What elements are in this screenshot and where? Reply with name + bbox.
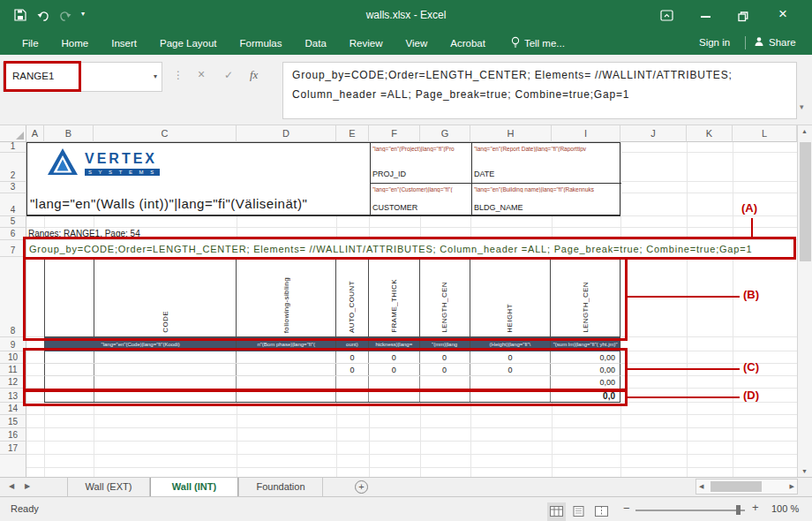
zoom-in-button[interactable]: + xyxy=(752,501,759,514)
cell-reportdate-lang[interactable]: "lang="en"(Report Date)|lang="fi"(Raport… xyxy=(474,146,619,152)
data-cell[interactable] xyxy=(94,376,237,389)
row-header-8[interactable]: 8 xyxy=(0,257,26,337)
name-box[interactable]: RANGE1 ▾ xyxy=(3,62,162,92)
report-header-block[interactable]: VERTEX S Y S T E M S "lang="en"(Project)… xyxy=(26,142,620,216)
horizontal-scrollbar[interactable]: ◀ ▶ xyxy=(695,479,798,495)
cell-project-lang[interactable]: "lang="en"(Project)|lang="fi"(Pro xyxy=(372,146,470,152)
header-cell-length-cen[interactable]: LENGTH_CEN xyxy=(420,258,470,336)
zoom-level[interactable]: 100 % xyxy=(771,503,799,514)
data-cell[interactable] xyxy=(237,364,336,375)
row-header-7[interactable]: 7 xyxy=(0,240,26,257)
formula-input[interactable]: Group_by=CODE;Order=LENGTH_CENTER; Eleme… xyxy=(282,62,797,119)
column-header-d[interactable]: D xyxy=(237,125,336,142)
row-header-12[interactable]: 12 xyxy=(0,376,26,389)
row-header-15[interactable]: 15 xyxy=(0,415,26,428)
ribbon-display-options-icon[interactable] xyxy=(660,9,673,26)
header-cell-frame-thick[interactable]: FRAME_THICK xyxy=(369,258,420,336)
data-cell[interactable] xyxy=(45,351,94,363)
zoom-slider-track[interactable] xyxy=(635,510,745,511)
select-all-corner[interactable] xyxy=(0,125,26,142)
row-header-1[interactable]: 1 xyxy=(0,142,26,153)
data-cell[interactable] xyxy=(45,376,94,389)
data-cell[interactable]: 0,00 xyxy=(551,364,620,375)
formula-bar-expand-icon[interactable]: ▾ xyxy=(800,102,804,111)
header-cell-empty[interactable] xyxy=(45,258,94,336)
horizontal-scroll-thumb[interactable] xyxy=(710,481,762,492)
row-header-14[interactable]: 14 xyxy=(0,403,26,415)
formula-cancel-icon[interactable]: × xyxy=(198,67,205,81)
data-cell[interactable]: 0 xyxy=(336,351,369,363)
cell-group-by-row[interactable]: Group_by=CODE;Order=LENGTH_CENTER; Eleme… xyxy=(26,240,797,257)
sign-in-link[interactable]: Sign in xyxy=(699,37,730,48)
column-header-j[interactable]: J xyxy=(620,125,687,142)
tab-review[interactable]: Review xyxy=(338,38,395,49)
tab-home[interactable]: Home xyxy=(50,38,101,49)
sum-cell[interactable] xyxy=(237,390,336,402)
sheet-tab-wall-int[interactable]: Wall (INT) xyxy=(150,478,238,496)
sheet-tab-wall-ext[interactable]: Wall (EXT) xyxy=(67,478,150,496)
cell-building-lang[interactable]: "lang="en"(Building name)|lang="fi"(Rake… xyxy=(474,186,619,193)
scroll-down-icon[interactable]: ▼ xyxy=(801,468,808,474)
minimize-button[interactable] xyxy=(701,16,710,18)
sum-cell[interactable] xyxy=(420,390,470,402)
header-cell-code[interactable]: CODE xyxy=(94,258,237,336)
hscroll-right-icon[interactable]: ▶ xyxy=(790,483,794,490)
data-cell[interactable]: 0,00 xyxy=(551,376,620,389)
insert-function-icon[interactable]: fx xyxy=(250,68,258,82)
sheet-nav-right-icon[interactable]: ▶ xyxy=(25,482,30,490)
data-cell[interactable]: 0 xyxy=(369,364,420,375)
zoom-slider-thumb[interactable] xyxy=(736,505,741,515)
table-data-row[interactable]: 0,00 xyxy=(44,376,620,389)
tab-file[interactable]: File xyxy=(11,38,50,49)
table-lang-row[interactable]: "lang="en"(Code)|lang="fi"(Koodi) n"(Bom… xyxy=(44,337,620,351)
cell-customer-lang[interactable]: "lang="en"(Customer)|lang="fi"( xyxy=(372,186,470,193)
column-header-k[interactable]: K xyxy=(687,125,733,142)
row-header-11[interactable]: 11 xyxy=(0,364,26,376)
row-header-10[interactable]: 10 xyxy=(0,351,26,364)
sum-cell[interactable] xyxy=(45,390,94,402)
cell-ranges[interactable]: Ranges: RANGE1, Page: 54 xyxy=(27,229,143,238)
sheet-nav-left-icon[interactable]: ◀ xyxy=(9,482,14,490)
close-button[interactable]: × xyxy=(778,5,787,23)
column-header-l[interactable]: L xyxy=(733,125,797,142)
share-button[interactable]: Share xyxy=(754,36,796,49)
table-data-row[interactable]: 0 0 0 0 0,00 xyxy=(44,364,620,376)
row-header-17[interactable]: 17 xyxy=(0,442,26,455)
tab-acrobat[interactable]: Acrobat xyxy=(439,38,497,49)
table-sum-row[interactable]: 0,0 xyxy=(44,389,620,403)
sum-cell[interactable] xyxy=(336,390,369,402)
cell-walls-title[interactable]: "lang="en"(Walls (int))"|lang="fi"(Välis… xyxy=(30,196,307,211)
tab-formulas[interactable]: Formulas xyxy=(229,38,294,49)
row-header-3[interactable]: 3 xyxy=(0,182,26,193)
cell-bldg-name[interactable]: BLDG_NAME xyxy=(474,203,523,212)
tell-me[interactable]: Tell me... xyxy=(511,36,565,49)
column-header-g[interactable]: G xyxy=(420,125,470,142)
data-cell[interactable] xyxy=(336,376,369,389)
row-header-2[interactable]: 2 xyxy=(0,153,26,182)
scroll-up-icon[interactable]: ▲ xyxy=(801,128,808,134)
row-header-16[interactable]: 16 xyxy=(0,428,26,442)
column-header-e[interactable]: E xyxy=(336,125,369,142)
header-cell-following-sibling[interactable]: following-sibling xyxy=(237,258,336,336)
view-page-layout-icon[interactable] xyxy=(572,504,585,520)
restore-button[interactable] xyxy=(738,10,748,26)
sheet-tab-foundation[interactable]: Foundation xyxy=(238,478,323,496)
row-header-9[interactable]: 9 xyxy=(0,337,26,351)
sum-total-cell[interactable]: 0,0 xyxy=(551,390,620,402)
data-cell[interactable]: 0 xyxy=(420,364,470,375)
tab-page-layout[interactable]: Page Layout xyxy=(148,38,229,49)
tab-data[interactable]: Data xyxy=(294,38,338,49)
sum-cell[interactable] xyxy=(369,390,420,402)
column-header-f[interactable]: F xyxy=(369,125,420,142)
data-cell[interactable] xyxy=(369,376,420,389)
sum-cell[interactable] xyxy=(94,390,237,402)
data-cell[interactable]: 0 xyxy=(420,351,470,363)
name-box-dropdown-icon[interactable]: ▾ xyxy=(154,72,157,80)
view-normal-icon[interactable] xyxy=(547,502,566,521)
hscroll-left-icon[interactable]: ◀ xyxy=(699,483,703,490)
table-data-row[interactable]: 0 0 0 0 0,00 xyxy=(44,351,620,364)
header-cell-auto-count[interactable]: AUTO_COUNT xyxy=(336,258,369,336)
formula-bar-grip-icon[interactable]: ⋮ xyxy=(173,69,184,81)
header-cell-length-cen-2[interactable]: LENGTH_CEN xyxy=(551,258,620,336)
data-cell[interactable]: 0 xyxy=(369,351,420,363)
